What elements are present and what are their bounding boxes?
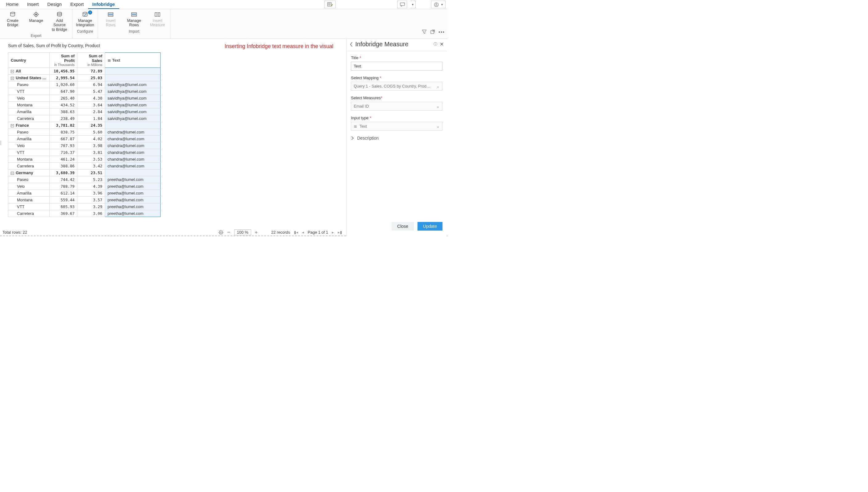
- table-row[interactable]: −All10,456.9572.89: [8, 68, 160, 75]
- cell-profit[interactable]: 388.63: [50, 108, 77, 115]
- cell-text[interactable]: preetha@lumel.com: [105, 197, 160, 203]
- inputtype-select[interactable]: ≣Text ⌄: [351, 122, 442, 131]
- table-row[interactable]: Carretera369.673.06preetha@lumel.com: [8, 210, 160, 217]
- cell-country[interactable]: Velo: [8, 183, 50, 190]
- cell-country[interactable]: Carretera: [8, 210, 50, 217]
- cell-text[interactable]: chandra@lumel.com: [105, 163, 160, 170]
- panel-close-button[interactable]: ✕: [440, 41, 444, 47]
- zoom-out-button[interactable]: −: [227, 229, 230, 236]
- cell-country[interactable]: −All: [8, 68, 50, 75]
- cell-sales[interactable]: 72.89: [77, 68, 105, 75]
- cell-profit[interactable]: 559.44: [50, 197, 77, 203]
- cell-sales[interactable]: 23.51: [77, 170, 105, 176]
- cell-country[interactable]: −France: [8, 122, 50, 129]
- cell-profit[interactable]: 265.40: [50, 95, 77, 102]
- cell-country[interactable]: Paseo: [8, 176, 50, 183]
- close-button[interactable]: Close: [392, 222, 414, 230]
- cell-sales[interactable]: 4.30: [77, 95, 105, 102]
- cell-text[interactable]: preetha@lumel.com: [105, 210, 160, 217]
- cell-sales[interactable]: 5.47: [77, 88, 105, 95]
- cell-sales[interactable]: 5.60: [77, 129, 105, 136]
- page-last-button[interactable]: ▸▮: [338, 230, 342, 235]
- table-row[interactable]: VTT647.905.47saividhya@lumel.com: [8, 88, 160, 95]
- cell-country[interactable]: Velo: [8, 95, 50, 102]
- table-row[interactable]: Amarilla388.632.84saividhya@lumel.com: [8, 108, 160, 115]
- add-source-button[interactable]: Add Sourceto Bridge: [50, 11, 69, 32]
- table-row[interactable]: Paseo838.755.60chandra@lumel.com: [8, 129, 160, 136]
- col-header-sales[interactable]: Sum of Sales in Millions: [77, 53, 105, 68]
- cell-sales[interactable]: 4.02: [77, 136, 105, 142]
- manage-integration-button[interactable]: ManageIntegration1: [76, 11, 95, 27]
- page-prev-button[interactable]: ◂: [302, 230, 304, 235]
- manage-button[interactable]: Manage: [26, 11, 46, 32]
- cell-sales[interactable]: 3.42: [77, 163, 105, 170]
- zoom-input[interactable]: 100 %: [234, 229, 251, 235]
- cell-country[interactable]: VTT: [8, 203, 50, 210]
- create-bridge-button[interactable]: +CreateBridge: [3, 11, 22, 32]
- visual-mode-button[interactable]: [325, 1, 336, 8]
- cell-country[interactable]: Paseo: [8, 129, 50, 136]
- table-row[interactable]: −Germany3,680.3923.51: [8, 170, 160, 176]
- cell-country[interactable]: Amarilla: [8, 108, 50, 115]
- cell-sales[interactable]: 1.84: [77, 115, 105, 122]
- table-row[interactable]: Montana461.243.53chandra@lumel.com: [8, 156, 160, 163]
- manage-rows-button[interactable]: ManageRows: [125, 11, 144, 27]
- collapse-icon[interactable]: −: [11, 124, 14, 127]
- cell-country[interactable]: Amarilla: [8, 136, 50, 142]
- cell-sales[interactable]: 3.06: [77, 210, 105, 217]
- table-row[interactable]: Carretera238.491.84saividhya@lumel.com: [8, 115, 160, 122]
- cell-profit[interactable]: 10,456.95: [50, 68, 77, 75]
- tab-insert[interactable]: Insert: [23, 0, 43, 9]
- user-button[interactable]: ▾: [431, 1, 445, 8]
- col-header-country[interactable]: Country: [8, 53, 50, 68]
- cell-profit[interactable]: 716.37: [50, 149, 77, 156]
- zoom-in-button[interactable]: +: [255, 230, 258, 235]
- cell-country[interactable]: Velo: [8, 142, 50, 149]
- cell-profit[interactable]: 369.67: [50, 210, 77, 217]
- cell-sales[interactable]: 3.81: [77, 149, 105, 156]
- cell-profit[interactable]: 1,020.60: [50, 81, 77, 88]
- cell-sales[interactable]: 3.98: [77, 142, 105, 149]
- cell-sales[interactable]: 25.03: [77, 75, 105, 81]
- cell-country[interactable]: −United States …: [8, 75, 50, 81]
- collapse-icon[interactable]: −: [11, 77, 14, 80]
- cell-text[interactable]: preetha@lumel.com: [105, 176, 160, 183]
- table-row[interactable]: Velo707.933.98chandra@lumel.com: [8, 142, 160, 149]
- cell-profit[interactable]: 667.87: [50, 136, 77, 142]
- cell-country[interactable]: Carretera: [8, 115, 50, 122]
- cell-profit[interactable]: 612.14: [50, 190, 77, 197]
- cell-text[interactable]: saividhya@lumel.com: [105, 115, 160, 122]
- table-row[interactable]: VTT716.373.81chandra@lumel.com: [8, 149, 160, 156]
- cell-country[interactable]: VTT: [8, 149, 50, 156]
- description-toggle[interactable]: Description: [351, 136, 442, 141]
- col-header-profit[interactable]: Sum of Profit in Thousands: [50, 53, 77, 68]
- table-row[interactable]: Amarilla612.143.96preetha@lumel.com: [8, 190, 160, 197]
- cell-sales[interactable]: 3.64: [77, 102, 105, 108]
- filter-icon[interactable]: [422, 30, 427, 34]
- table-row[interactable]: Montana559.443.57preetha@lumel.com: [8, 197, 160, 203]
- table-row[interactable]: Carretera388.863.42chandra@lumel.com: [8, 163, 160, 170]
- cell-sales[interactable]: 24.35: [77, 122, 105, 129]
- mapping-select[interactable]: Query 1 - Sales, COGS by Country, Produc…: [351, 82, 442, 91]
- cell-sales[interactable]: 2.84: [77, 108, 105, 115]
- cell-text[interactable]: [105, 170, 160, 176]
- table-row[interactable]: VTT605.933.29preetha@lumel.com: [8, 203, 160, 210]
- cell-text[interactable]: chandra@lumel.com: [105, 129, 160, 136]
- table-row[interactable]: −United States …2,995.5425.03: [8, 75, 160, 81]
- table-row[interactable]: Paseo1,020.606.94saividhya@lumel.com: [8, 81, 160, 88]
- resize-handle-icon[interactable]: [0, 141, 1, 145]
- popout-icon[interactable]: [431, 30, 435, 34]
- table-row[interactable]: Velo265.404.30saividhya@lumel.com: [8, 95, 160, 102]
- cell-text[interactable]: saividhya@lumel.com: [105, 81, 160, 88]
- cell-sales[interactable]: 6.94: [77, 81, 105, 88]
- cell-text[interactable]: preetha@lumel.com: [105, 190, 160, 197]
- page-first-button[interactable]: ▮◂: [294, 230, 298, 235]
- cell-profit[interactable]: 788.79: [50, 183, 77, 190]
- table-row[interactable]: Montana434.523.64saividhya@lumel.com: [8, 102, 160, 108]
- collapse-icon[interactable]: −: [11, 172, 14, 175]
- tab-design[interactable]: Design: [43, 0, 66, 9]
- cell-text[interactable]: [105, 75, 160, 81]
- cell-text[interactable]: preetha@lumel.com: [105, 183, 160, 190]
- cell-text[interactable]: chandra@lumel.com: [105, 142, 160, 149]
- info-icon[interactable]: ⓘ: [434, 42, 437, 47]
